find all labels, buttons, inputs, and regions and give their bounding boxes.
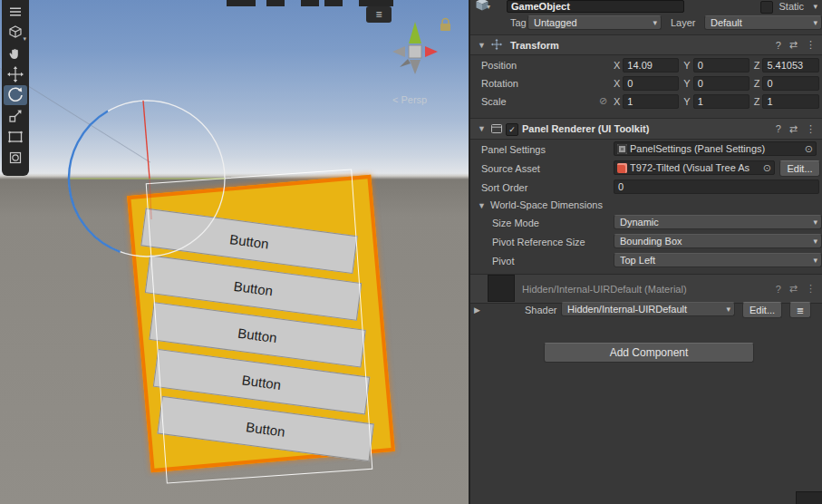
view-tool-button[interactable] (4, 44, 27, 63)
scale-icon (10, 117, 15, 122)
transform-header[interactable]: ▼ Transform ? ⇄ ⋮ (470, 34, 822, 55)
size-mode-label: Size Mode (492, 213, 539, 232)
material-thumbnail (488, 275, 515, 302)
transform-title: Transform (510, 35, 559, 54)
hamburger-menu-button[interactable] (4, 2, 27, 22)
presets-icon[interactable]: ⇄ (789, 283, 798, 295)
panel-renderer-header[interactable]: ▼ ✓ Panel Renderer (UI Toolkit) ? ⇄ ⋮ (470, 118, 822, 140)
chevron-down-icon: ▾ (653, 18, 657, 27)
rotate-gizmo[interactable] (62, 92, 236, 267)
panel-renderer-component-icon (490, 122, 503, 135)
rect-icon (10, 132, 22, 141)
world-space-foldout[interactable]: ▼ World-Space Dimensions (470, 197, 822, 213)
lock-icon-shackle (442, 19, 449, 24)
draw-mode-button[interactable]: ▾ (4, 23, 27, 43)
static-dropdown-icon[interactable]: ▾ (813, 2, 817, 11)
pivot-reference-row: Pivot Reference Size Bounding Box ▾ (470, 232, 822, 251)
help-icon[interactable]: ? (776, 40, 781, 51)
rotation-z-field[interactable]: 0 (762, 76, 819, 91)
shader-edit-button[interactable]: Edit... (742, 302, 782, 318)
transform-tool-button[interactable] (4, 148, 27, 168)
gizmo-cube (409, 45, 421, 58)
source-asset-field[interactable]: T972-Tilted (Visual Tree As ⊙ (614, 160, 775, 175)
chevron-down-icon: ▾ (726, 305, 730, 314)
layer-dropdown[interactable]: Default ▾ (704, 15, 822, 30)
context-menu-icon[interactable]: ⋮ (806, 283, 816, 295)
scale-x-field[interactable]: 1 (623, 94, 679, 109)
help-icon[interactable]: ? (776, 284, 781, 295)
size-mode-dropdown[interactable]: Dynamic ▾ (614, 215, 822, 229)
window-fragment (227, 0, 256, 6)
material-title: Hidden/Internal-UIRDefault (Material) (522, 275, 687, 303)
presets-icon[interactable]: ⇄ (789, 123, 798, 135)
orientation-gizmo[interactable] (385, 4, 467, 94)
source-asset-row: Source Asset T972-Tilted (Visual Tree As… (470, 159, 822, 178)
inspector-panel: ▾ GameObject Static ▾ Tag Untagged ▾ Lay… (470, 0, 822, 504)
layer-label: Layer (671, 15, 696, 31)
chevron-down-icon: ▾ (813, 18, 817, 27)
pivot-reference-dropdown[interactable]: Bounding Box ▾ (614, 234, 822, 248)
world-space-title: World-Space Dimensions (490, 197, 603, 213)
neg-x-cone (392, 46, 405, 57)
overlay-menu-button[interactable]: ≡ (366, 6, 392, 23)
tool-palette: ▾ (2, 0, 29, 176)
static-label: Static (778, 0, 804, 13)
foldout-icon[interactable]: ▶ (474, 305, 480, 315)
constrain-proportions-icon[interactable]: ⊘ (599, 95, 607, 107)
help-icon[interactable]: ? (776, 123, 781, 134)
sort-order-label: Sort Order (481, 178, 527, 197)
size-mode-row: Size Mode Dynamic ▾ (470, 213, 822, 232)
foldout-icon[interactable]: ▼ (478, 35, 486, 54)
shader-dropdown[interactable]: Hidden/Internal-UIRDefault ▾ (561, 302, 735, 316)
transform-icon (11, 153, 21, 163)
position-label: Position (481, 56, 517, 74)
panel-settings-label: Panel Settings (481, 140, 546, 159)
z-axis-cone (400, 59, 411, 67)
rotation-y-field[interactable]: 0 (693, 76, 749, 91)
material-properties-button[interactable]: ≣ (789, 302, 811, 318)
context-menu-icon[interactable]: ⋮ (806, 39, 816, 51)
scale-y-field[interactable]: 1 (693, 94, 749, 109)
move-tool-button[interactable] (4, 64, 27, 84)
y-axis-cone (409, 22, 421, 44)
gameobject-name-field[interactable]: GameObject (507, 0, 684, 13)
foldout-icon[interactable]: ▼ (478, 119, 486, 139)
chevron-down-icon[interactable]: ▾ (487, 3, 490, 11)
sort-order-field[interactable]: 0 (614, 179, 819, 194)
chevron-down-icon: ▾ (813, 218, 817, 227)
static-checkbox[interactable] (760, 1, 773, 14)
panel-settings-field[interactable]: PanelSettings (Panel Settings) ⊙ (614, 141, 817, 156)
persp-label[interactable]: < Persp (392, 94, 427, 105)
scene-view[interactable]: Button Button Button Button Button < Per… (0, 0, 469, 504)
position-y-field[interactable]: 0 (693, 58, 749, 73)
rotation-label: Rotation (481, 74, 518, 92)
window-corner (796, 491, 822, 504)
foldout-icon[interactable]: ▼ (478, 201, 486, 210)
component-enabled-checkbox[interactable]: ✓ (506, 123, 518, 136)
transform-component-icon (490, 38, 503, 51)
neg-y-cone (410, 60, 421, 74)
window-fragment (266, 0, 285, 6)
gameobject-header: ▾ GameObject Static ▾ (470, 0, 822, 14)
add-component-button[interactable]: Add Component (544, 343, 754, 363)
position-z-field[interactable]: 5.41053 (762, 58, 819, 73)
scale-row: Scale ⊘ X1 Y1 Z1 (470, 92, 822, 111)
chevron-down-icon: ▾ (813, 237, 817, 246)
source-asset-edit-button[interactable]: Edit... (779, 160, 820, 177)
rect-tool-button[interactable] (4, 127, 27, 147)
rotation-row: Rotation X0 Y0 Z0 (470, 74, 822, 92)
scale-tool-button[interactable] (4, 106, 27, 126)
object-picker-icon[interactable]: ⊙ (763, 162, 771, 174)
rotation-x-field[interactable]: 0 (623, 76, 679, 91)
position-x-field[interactable]: 14.09 (623, 58, 679, 73)
scale-label: Scale (481, 92, 507, 111)
context-menu-icon[interactable]: ⋮ (806, 123, 816, 135)
pivot-dropdown[interactable]: Top Left ▾ (614, 253, 822, 267)
panel-settings-row: Panel Settings PanelSettings (Panel Sett… (470, 140, 822, 159)
tag-dropdown[interactable]: Untagged ▾ (527, 15, 662, 30)
rotate-tool-button[interactable] (4, 85, 27, 105)
object-picker-icon[interactable]: ⊙ (805, 143, 813, 155)
scale-z-field[interactable]: 1 (762, 94, 819, 109)
presets-icon[interactable]: ⇄ (789, 39, 798, 51)
tag-layer-row: Tag Untagged ▾ Layer Default ▾ (470, 15, 822, 31)
